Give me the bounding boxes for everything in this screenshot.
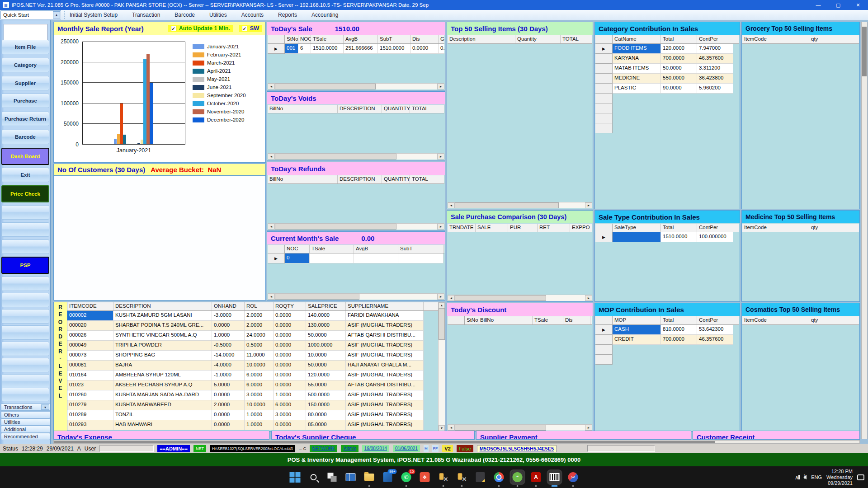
table-row[interactable]: ▶FOOD ITEMS120.00007.947000 [595,44,739,54]
column-header[interactable]: NOC [298,35,311,43]
table-row[interactable]: 01023AKSEER PECHASH SYRUP A.Q5.00006.000… [67,380,438,390]
column-header[interactable]: DESCRIPTION [113,302,212,310]
task-view-icon[interactable] [345,471,357,483]
admin-user-badge[interactable]: Admin [341,445,358,452]
sidebar-blank-button[interactable] [1,277,49,291]
sidebar-nav-transactions[interactable]: Transactions ▼ [1,404,50,411]
column-header[interactable]: ItemCode [742,224,809,232]
sidebar-barcode-button[interactable]: Barcode [1,130,49,144]
scroll-up-icon[interactable]: ▲ [439,302,445,308]
license-code[interactable]: M5O5O5J5L5L5G5H5H5J4E5E5 [477,445,557,452]
column-header[interactable]: CatName [613,35,661,43]
auto-update-checkbox[interactable]: ✓ Auto Update 1 Min. [168,25,233,32]
column-header[interactable]: qty [809,316,852,324]
column-header[interactable]: G [439,35,444,43]
clock[interactable]: 12:28 PM Wednesday 09/29/2021 [826,469,853,486]
column-header[interactable]: TOTAL [561,35,592,43]
sidebar-blank-button[interactable] [1,205,49,220]
share-app-icon[interactable]: ❖ [419,471,431,483]
dashboard-horizontal-scrollbar[interactable] [53,440,860,444]
column-header[interactable]: ContPer [697,316,733,324]
column-header[interactable]: BillNo [478,316,533,324]
column-header[interactable]: SALEPRICE [306,302,346,310]
column-header[interactable]: Total [661,35,697,43]
db-tools-icon[interactable] [438,471,449,483]
column-header[interactable]: ROQTY [274,302,306,310]
column-header[interactable]: TRNDATE [448,224,476,232]
sidebar-blank-button[interactable] [1,342,49,356]
minimize-button[interactable]: — [808,0,828,10]
notifications-icon[interactable] [857,474,864,480]
table-row[interactable]: 000081BAJRA-4.000010.00000.000050.0000HA… [67,361,438,371]
column-header[interactable]: qty [809,35,852,43]
column-header[interactable]: SaleType [613,224,661,232]
column-header[interactable]: NOC [285,245,310,253]
column-header[interactable]: Description [448,35,515,43]
sidebar-exit-button[interactable]: Exit [1,168,49,182]
column-header[interactable]: DESCRIPTION [338,105,382,113]
whatsapp-icon[interactable]: ✆ 15 [401,471,412,483]
sidebar-price-check-button[interactable]: Price Check [1,185,49,202]
quick-start-combo[interactable]: Quick Start ▲ [0,10,61,19]
scroll-right-icon[interactable]: ► [437,224,444,230]
checkbox-checked-icon[interactable]: ✓ [171,26,176,31]
column-header[interactable]: Dis [563,316,590,324]
scroll-left-icon[interactable]: ◄ [268,154,275,160]
table-row[interactable]: 000049TRIPHLA POWDER-0.50000.50000.00001… [67,341,438,351]
menu-reports[interactable]: Reports [276,11,299,19]
sidebar-item-file-button[interactable]: Item File [1,40,49,54]
table-row[interactable]: MATAB ITEMS50.00003.311200 [595,64,739,74]
column-header[interactable]: RET [538,224,570,232]
scroll-left-icon[interactable]: ◄ [448,202,455,208]
table-row[interactable]: 000020SHARBAT PODINA T.S 240ML GRE...0.0… [67,321,438,331]
table-row[interactable]: ▶CASH810.000053.642300 [595,325,739,335]
widgets-icon[interactable] [326,471,338,483]
scroll-right-icon[interactable]: ► [585,425,592,431]
checkbox-checked-icon[interactable]: ✓ [242,26,247,31]
scroll-left-icon[interactable]: ◄ [448,295,455,301]
column-header[interactable]: QUANTITY [382,105,410,113]
sidebar-blank-button[interactable] [1,309,49,324]
column-header[interactable]: Quantity [515,35,561,43]
barcode-app-icon[interactable] [549,471,561,483]
column-header[interactable]: ContPer [697,224,733,232]
sw-checkbox[interactable]: ✓ SW [239,25,262,32]
snipping-app-icon[interactable]: ✂ [567,471,579,483]
column-header[interactable]: ROL [245,302,274,310]
column-header[interactable]: ContPer [697,35,733,43]
dashboard-vertical-scrollbar[interactable] [861,22,868,439]
notepad-icon[interactable] [475,471,486,483]
column-header[interactable]: ITEMCODE [67,302,113,310]
table-row[interactable]: MEDICINE550.000036.423800 [595,74,739,84]
scroll-left-icon[interactable]: ◄ [268,84,275,89]
column-header[interactable]: TOTAL [410,105,444,113]
column-header[interactable]: PUR [508,224,538,232]
menu-barcode[interactable]: Barcode [173,11,197,19]
sidebar-blank-button[interactable] [1,358,49,372]
sidebar-blank-button[interactable] [1,293,49,307]
horizontal-scrollbar[interactable]: ◄ ► [268,83,444,89]
reorder-vertical-scrollbar[interactable]: ▲ ▼ [438,302,445,431]
language-indicator[interactable]: ENG [811,474,822,480]
chevron-down-icon[interactable]: ▼ [41,404,49,410]
mail-icon[interactable]: 99+ [382,471,394,483]
column-header[interactable]: Dis [410,35,439,43]
horizontal-scrollbar[interactable]: ◄ ► [268,153,444,160]
column-header[interactable]: AvgB [354,245,398,253]
scroll-left-icon[interactable]: ◄ [268,224,275,230]
scroll-right-icon[interactable]: ► [585,295,592,301]
close-button[interactable]: ✕ [848,0,868,10]
menu-accounts[interactable]: Accounts [240,11,265,19]
network-badge[interactable]: NETWORK [310,445,337,452]
table-row[interactable]: 000026SYNTHETIC VINEGAR 500ML A.Q1.00002… [67,331,438,341]
sidebar-purchase-button[interactable]: Purchase [1,94,49,108]
file-explorer-icon[interactable] [363,471,375,483]
sidebar-blank-button[interactable] [1,325,49,340]
horizontal-scrollbar[interactable]: ◄ ► [268,223,444,230]
table-row[interactable]: 000002KUSHTA ZAMURD 5GM LASANI-3.00002.0… [67,311,438,321]
sidebar-nav-recommended[interactable]: Recommended [1,433,50,440]
column-header[interactable]: AvgB [344,35,378,43]
column-header[interactable]: ONHAND [212,302,245,310]
column-header[interactable]: StNo [285,35,298,43]
table-row[interactable]: ▶00161510.0000251.6666661510.00000.00000… [268,44,444,54]
